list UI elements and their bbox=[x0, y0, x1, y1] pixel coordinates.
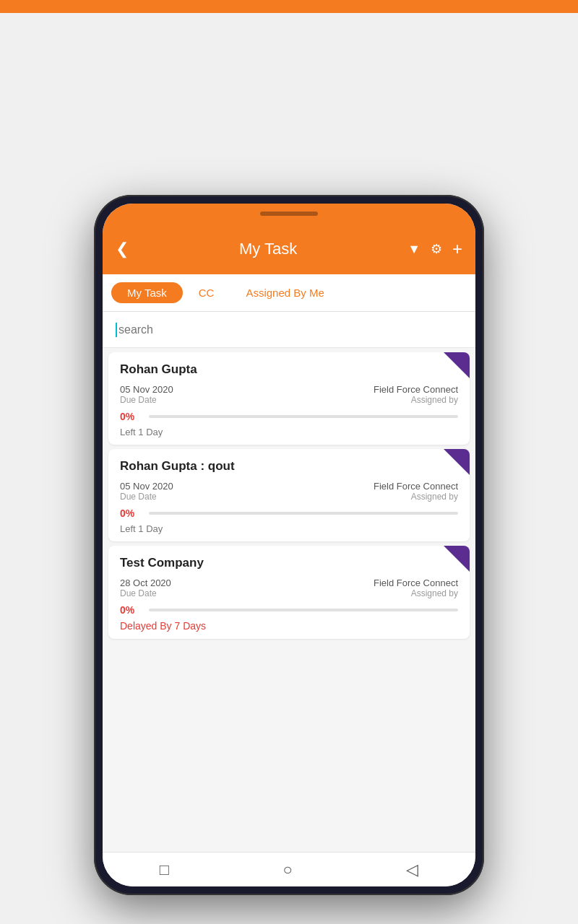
gear-icon[interactable]: ⚙ bbox=[431, 241, 442, 257]
due-date-value: 28 Oct 2020 bbox=[120, 578, 171, 588]
due-date-label: Due Date bbox=[120, 588, 171, 598]
page-title: My Task bbox=[136, 240, 400, 258]
search-bar bbox=[103, 312, 475, 348]
progress-pct: 0% bbox=[120, 507, 142, 519]
triangle-icon[interactable]: ◁ bbox=[406, 860, 418, 879]
tab-assigned-by-me[interactable]: Assigned By Me bbox=[230, 282, 340, 303]
task-title: Rohan Gupta bbox=[120, 362, 458, 377]
back-button[interactable]: ❮ bbox=[116, 240, 129, 258]
progress-row: 0% bbox=[120, 507, 458, 519]
progress-row: 0% bbox=[120, 411, 458, 422]
assigned-by-right: Field Force Connect Assigned by bbox=[374, 578, 458, 598]
bottom-nav: □ ○ ◁ bbox=[103, 852, 475, 886]
card-ribbon bbox=[444, 449, 470, 475]
progress-bar-bg bbox=[149, 512, 458, 515]
assigned-by-right: Field Force Connect Assigned by bbox=[374, 384, 458, 405]
status-bar bbox=[0, 0, 578, 13]
app-header: ❮ My Task ▼ ⚙ + bbox=[103, 224, 475, 274]
card-footer: Left 1 Day bbox=[120, 523, 458, 534]
progress-pct: 0% bbox=[120, 604, 142, 616]
card-footer: Left 1 Day bbox=[120, 427, 458, 437]
due-date-left: 28 Oct 2020 Due Date bbox=[120, 578, 171, 598]
circle-icon[interactable]: ○ bbox=[283, 860, 293, 879]
filter-icon[interactable]: ▼ bbox=[407, 242, 420, 257]
square-icon[interactable]: □ bbox=[160, 860, 169, 879]
due-date-left: 05 Nov 2020 Due Date bbox=[120, 481, 173, 502]
delayed-text: Delayed By 7 Days bbox=[120, 620, 458, 632]
assigned-by-value: Field Force Connect bbox=[374, 481, 458, 492]
due-date-value: 05 Nov 2020 bbox=[120, 481, 173, 492]
card-ribbon bbox=[444, 546, 470, 572]
progress-bar-bg bbox=[149, 609, 458, 611]
assigned-by-label: Assigned by bbox=[374, 395, 458, 405]
search-input[interactable] bbox=[118, 323, 462, 336]
card-meta: 28 Oct 2020 Due Date Field Force Connect… bbox=[120, 578, 458, 598]
task-title: Test Company bbox=[120, 556, 458, 570]
progress-row: 0% bbox=[120, 604, 458, 616]
plus-icon[interactable]: + bbox=[452, 239, 462, 259]
tab-my-task[interactable]: My Task bbox=[111, 282, 183, 303]
header-icons: ▼ ⚙ + bbox=[407, 239, 462, 259]
cards-area: Rohan Gupta 05 Nov 2020 Due Date Field F… bbox=[103, 348, 475, 852]
task-card[interactable]: Test Company 28 Oct 2020 Due Date Field … bbox=[108, 546, 470, 639]
progress-bar-bg bbox=[149, 415, 458, 418]
notch-bar bbox=[103, 204, 475, 224]
assigned-by-right: Field Force Connect Assigned by bbox=[374, 481, 458, 502]
card-meta: 05 Nov 2020 Due Date Field Force Connect… bbox=[120, 481, 458, 502]
card-meta: 05 Nov 2020 Due Date Field Force Connect… bbox=[120, 384, 458, 405]
phone-frame: ❮ My Task ▼ ⚙ + My Task CC Assigned By M… bbox=[94, 195, 484, 895]
task-card[interactable]: Rohan Gupta : qout 05 Nov 2020 Due Date … bbox=[108, 449, 470, 541]
tabs-bar: My Task CC Assigned By Me bbox=[103, 274, 475, 312]
task-title: Rohan Gupta : qout bbox=[120, 459, 458, 474]
search-cursor bbox=[116, 323, 117, 337]
due-date-left: 05 Nov 2020 Due Date bbox=[120, 384, 173, 405]
task-card[interactable]: Rohan Gupta 05 Nov 2020 Due Date Field F… bbox=[108, 352, 470, 445]
tab-cc[interactable]: CC bbox=[183, 282, 230, 303]
assigned-by-value: Field Force Connect bbox=[374, 384, 458, 395]
due-date-label: Due Date bbox=[120, 492, 173, 502]
phone-screen: ❮ My Task ▼ ⚙ + My Task CC Assigned By M… bbox=[103, 204, 475, 886]
assigned-by-label: Assigned by bbox=[374, 492, 458, 502]
progress-pct: 0% bbox=[120, 411, 142, 422]
due-date-value: 05 Nov 2020 bbox=[120, 384, 173, 395]
card-ribbon bbox=[444, 352, 470, 378]
assigned-by-label: Assigned by bbox=[374, 588, 458, 598]
assigned-by-value: Field Force Connect bbox=[374, 578, 458, 588]
due-date-label: Due Date bbox=[120, 395, 173, 405]
